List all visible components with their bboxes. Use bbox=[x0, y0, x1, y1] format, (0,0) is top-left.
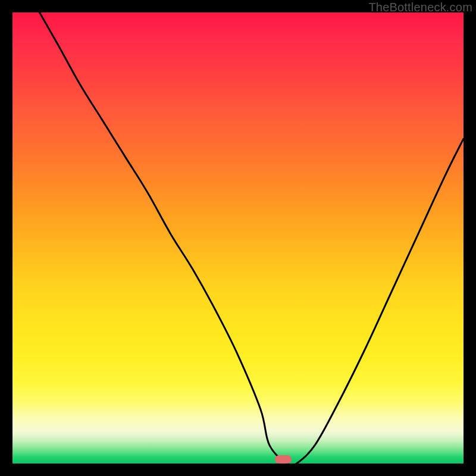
watermark-text: TheBottleneck.com bbox=[368, 1, 472, 14]
chart-frame: TheBottleneck.com bbox=[0, 0, 476, 476]
bottleneck-curve bbox=[12, 12, 464, 464]
plot-area bbox=[12, 12, 464, 464]
optimal-point-marker bbox=[275, 455, 292, 464]
